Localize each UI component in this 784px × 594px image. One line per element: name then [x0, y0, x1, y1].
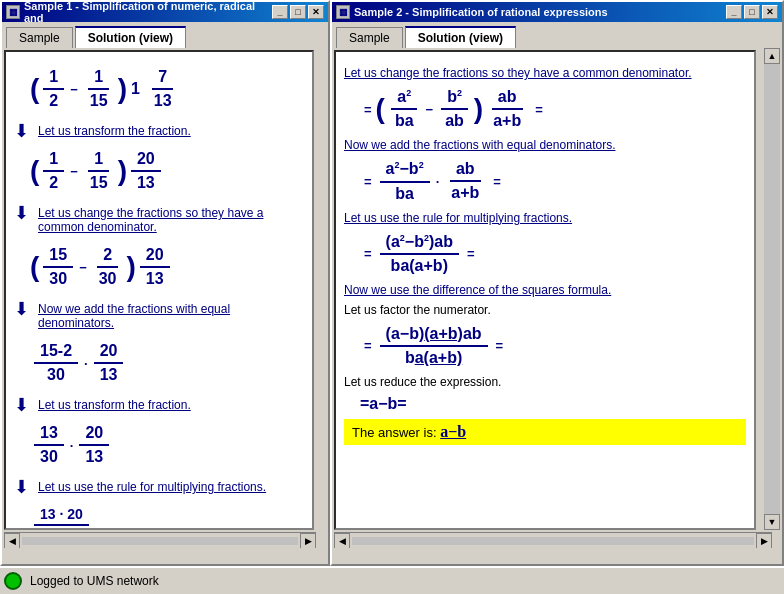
content-area-2[interactable]: Let us change the fractions so they have… — [334, 50, 756, 530]
window-controls-2: _ □ ✕ — [726, 5, 778, 19]
app-icon-1: ▦ — [6, 5, 20, 19]
step-text-1: Let us transform the fraction. — [38, 124, 304, 138]
app-icon-2: ▦ — [336, 5, 350, 19]
tab-sample-2[interactable]: Sample — [336, 27, 403, 48]
step-text-2: Let us change the fractions so they have… — [38, 206, 304, 234]
h-scroll-right-2[interactable]: ▶ — [756, 533, 772, 549]
content-wrapper-1: ( 1 2 − 1 15 ) 1 7 13 ⬇ — [2, 48, 328, 548]
step-text-r2: Now we add the fractions with equal deno… — [344, 138, 746, 152]
expr-r2: = a2−b2 ba · ab a+b = — [360, 158, 746, 204]
h-scrollbar-2: ◀ ▶ — [334, 532, 772, 548]
tabs-1: Sample Solution (view) — [2, 22, 328, 48]
tab-solution-2[interactable]: Solution (view) — [405, 26, 516, 48]
step-text-5: Let us use the rule for multiplying frac… — [38, 480, 304, 494]
minimize-button-1[interactable]: _ — [272, 5, 288, 19]
step-arrow-5: ⬇ — [14, 474, 38, 498]
step-content-3: Now we add the fractions with equal deno… — [38, 296, 304, 334]
window-title-1: Sample 1 - Simplification of numeric, ra… — [24, 0, 272, 24]
expr-r1: = ( a2 ba − b2 ab ) ab a+b = — [360, 86, 746, 132]
content-area-1[interactable]: ( 1 2 − 1 15 ) 1 7 13 ⬇ — [4, 50, 314, 530]
taskbar: Logged to UMS network — [0, 566, 784, 594]
expr-1: ( 1 2 − 1 15 ) 1 7 13 — [30, 66, 304, 112]
v-scrollbar-2: ▲ ▼ — [764, 48, 780, 530]
step-arrow-1: ⬇ — [14, 118, 38, 142]
step-row-3: ⬇ Now we add the fractions with equal de… — [14, 296, 304, 334]
expr-r3: = (a2−b2)ab ba(a+b) = — [360, 231, 746, 277]
v-scroll-down-2[interactable]: ▼ — [764, 514, 780, 530]
expr-r4: = (a−b)(a+b)ab ba(a+b) = — [360, 323, 746, 369]
step-content-4: Let us transform the fraction. — [38, 392, 304, 416]
step-text-3: Now we add the fractions with equal deno… — [38, 302, 304, 330]
maximize-button-1[interactable]: □ — [290, 5, 306, 19]
step-row-4: ⬇ Let us transform the fraction. — [14, 392, 304, 416]
tabs-2: Sample Solution (view) — [332, 22, 782, 48]
step-text-4: Let us transform the fraction. — [38, 398, 304, 412]
content-wrapper-2: Let us change the fractions so they have… — [332, 48, 782, 548]
tab-sample-1[interactable]: Sample — [6, 27, 73, 48]
step-row-1: ⬇ Let us transform the fraction. — [14, 118, 304, 142]
close-button-1[interactable]: ✕ — [308, 5, 324, 19]
v-scroll-track-2[interactable] — [764, 64, 780, 514]
titlebar-2[interactable]: ▦ Sample 2 - Simplification of rational … — [332, 2, 782, 22]
step-content-1: Let us transform the fraction. — [38, 118, 304, 142]
step-text-r4: Now we use the difference of the squares… — [344, 283, 746, 297]
answer-row: The answer is: a−b — [344, 419, 746, 445]
expr-2: ( 1 2 − 1 15 ) 20 13 — [30, 148, 304, 194]
h-scroll-left-1[interactable]: ◀ — [4, 533, 20, 549]
step-arrow-2: ⬇ — [14, 200, 38, 224]
expr-4: 15-2 30 · 20 13 — [30, 340, 304, 386]
window-controls-1: _ □ ✕ — [272, 5, 324, 19]
maximize-button-2[interactable]: □ — [744, 5, 760, 19]
network-indicator — [4, 572, 22, 590]
h-scroll-track-1[interactable] — [22, 537, 298, 545]
step-row-2: ⬇ Let us change the fractions so they ha… — [14, 200, 304, 238]
h-scroll-left-2[interactable]: ◀ — [334, 533, 350, 549]
step-text-r5: Let us factor the numerator. — [344, 303, 746, 317]
window-title-2: Sample 2 - Simplification of rational ex… — [354, 6, 726, 18]
close-button-2[interactable]: ✕ — [762, 5, 778, 19]
window-1: ▦ Sample 1 - Simplification of numeric, … — [0, 0, 330, 566]
taskbar-status: Logged to UMS network — [30, 574, 159, 588]
expr-6: 13 · 20 30 · 13 — [30, 504, 304, 530]
step-row-5: ⬇ Let us use the rule for multiplying fr… — [14, 474, 304, 498]
step-content-2: Let us change the fractions so they have… — [38, 200, 304, 238]
h-scrollbar-1: ◀ ▶ — [4, 532, 316, 548]
step-text-r6: Let us reduce the expression. — [344, 375, 746, 389]
step-arrow-4: ⬇ — [14, 392, 38, 416]
titlebar-1[interactable]: ▦ Sample 1 - Simplification of numeric, … — [2, 2, 328, 22]
tab-solution-1[interactable]: Solution (view) — [75, 26, 186, 48]
expr-r5: =a−b= — [360, 395, 746, 413]
expr-3: ( 15 30 − 2 30 ) 20 13 — [30, 244, 304, 290]
expr-5: 13 30 · 20 13 — [30, 422, 304, 468]
window-2: ▦ Sample 2 - Simplification of rational … — [330, 0, 784, 566]
step-arrow-3: ⬇ — [14, 296, 38, 320]
minimize-button-2[interactable]: _ — [726, 5, 742, 19]
step-text-r3: Let us use the rule for multiplying frac… — [344, 211, 746, 225]
v-scroll-up-2[interactable]: ▲ — [764, 48, 780, 64]
h-scroll-right-1[interactable]: ▶ — [300, 533, 316, 549]
step-text-r1: Let us change the fractions so they have… — [344, 66, 746, 80]
step-content-5: Let us use the rule for multiplying frac… — [38, 474, 304, 498]
h-scroll-track-2[interactable] — [352, 537, 754, 545]
